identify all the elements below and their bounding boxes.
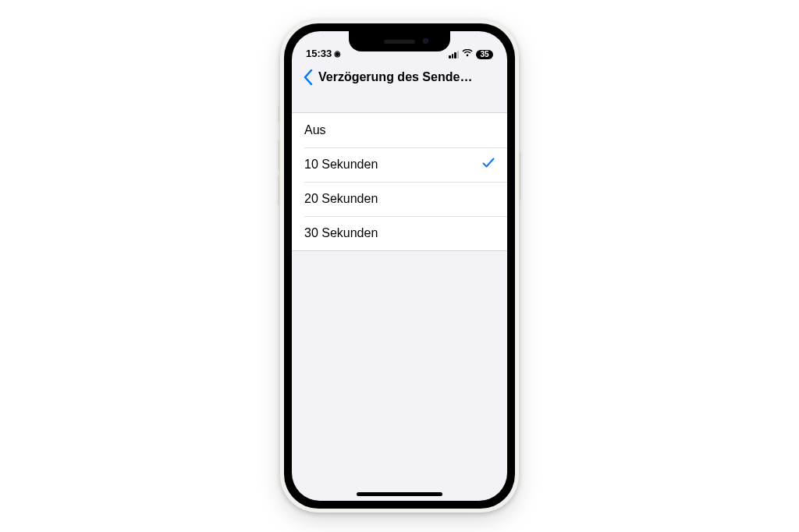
status-time: 15:33 (306, 48, 332, 59)
option-label: 10 Sekunden (304, 158, 482, 172)
back-button[interactable] (298, 66, 318, 89)
location-icon: ◉ (334, 50, 341, 58)
volume-up-button (278, 140, 280, 170)
volume-down-button (278, 176, 280, 205)
options-group: Aus 10 Sekunden 20 Sekun (292, 112, 507, 251)
power-button (519, 152, 521, 200)
nav-bar: Verzögerung des Sendewider… (292, 61, 507, 94)
status-right: 35 (439, 50, 493, 59)
speaker-grille (384, 40, 415, 44)
home-indicator[interactable] (357, 492, 442, 496)
battery-badge: 35 (476, 50, 493, 59)
option-label: 30 Sekunden (304, 226, 495, 240)
option-row[interactable]: 20 Sekunden (292, 182, 507, 216)
option-row[interactable]: Aus (292, 113, 507, 147)
phone-frame: 15:33 ◉ 35 Verzögerung de (280, 20, 519, 512)
option-label: 20 Sekunden (304, 192, 495, 206)
option-label: Aus (304, 123, 495, 137)
cellular-icon (449, 51, 459, 59)
option-row[interactable]: 10 Sekunden (292, 147, 507, 182)
checkmark-icon (482, 158, 495, 172)
mute-switch (278, 105, 280, 122)
status-left: 15:33 ◉ (306, 48, 360, 59)
page-title: Verzögerung des Sendewider… (318, 70, 501, 84)
stage: 15:33 ◉ 35 Verzögerung de (0, 0, 799, 532)
front-camera (423, 38, 428, 44)
phone-bezel: 15:33 ◉ 35 Verzögerung de (284, 23, 515, 509)
content-area: Aus 10 Sekunden 20 Sekun (292, 94, 507, 251)
chevron-left-icon (304, 69, 313, 85)
option-row[interactable]: 30 Sekunden (292, 216, 507, 250)
notch (349, 31, 450, 51)
wifi-icon (462, 49, 473, 59)
screen: 15:33 ◉ 35 Verzögerung de (292, 31, 507, 501)
